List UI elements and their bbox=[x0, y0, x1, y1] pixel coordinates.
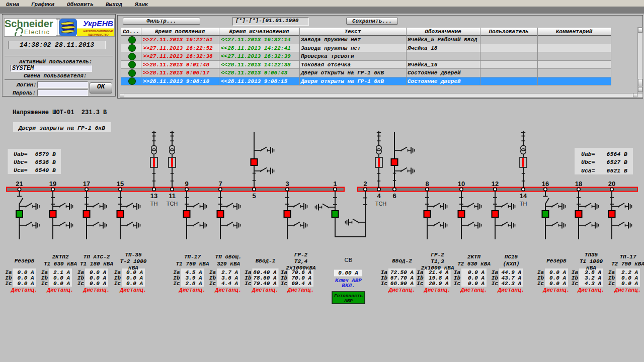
svg-text:Ic: Ic bbox=[114, 281, 121, 287]
svg-text:Дистанц.: Дистанц. bbox=[47, 287, 74, 293]
svg-text:42.3 А: 42.3 А bbox=[501, 281, 521, 287]
svg-text:0.0 А: 0.0 А bbox=[90, 281, 106, 287]
svg-text:Uca=: Uca= bbox=[581, 167, 595, 174]
svg-text:ТСН: ТСН bbox=[167, 201, 178, 207]
svg-text:320 кВА: 320 кВА bbox=[217, 261, 240, 267]
svg-text:6527 В: 6527 В bbox=[607, 159, 628, 165]
svg-text:21: 21 bbox=[16, 180, 23, 188]
svg-text:Ввод-1: Ввод-1 bbox=[256, 258, 276, 264]
svg-text:Дистанц.: Дистанц. bbox=[460, 287, 488, 293]
svg-text:19: 19 bbox=[49, 180, 56, 188]
svg-text:Дистанц.: Дистанц. bbox=[11, 287, 38, 293]
svg-text:Дистанц.: Дистанц. bbox=[614, 287, 641, 293]
svg-text:Ic: Ic bbox=[77, 281, 85, 287]
svg-text:Дистанц.: Дистанц. bbox=[215, 287, 242, 293]
svg-text:12: 12 bbox=[492, 180, 499, 188]
svg-text:Electric: Electric bbox=[24, 29, 50, 36]
svg-text:0.00 А: 0.00 А bbox=[338, 270, 358, 276]
svg-text:4.3 А: 4.3 А bbox=[585, 281, 601, 287]
svg-text:Uab=: Uab= bbox=[14, 151, 28, 157]
svg-text:0.0 А: 0.0 А bbox=[126, 281, 143, 287]
svg-text:Напряжение ШОТ-01 231.3 В: Напряжение ШОТ-01 231.3 В bbox=[13, 109, 107, 116]
svg-text:Дистанц.: Дистанц. bbox=[252, 287, 279, 293]
svg-text:Т2 630 кВА: Т2 630 кВА bbox=[457, 261, 491, 267]
svg-text:Ic: Ic bbox=[173, 281, 180, 287]
svg-text:6521 В: 6521 В bbox=[607, 167, 628, 174]
svg-text:7: 7 bbox=[218, 180, 222, 188]
svg-text:3: 3 bbox=[285, 180, 289, 188]
svg-text:2: 2 bbox=[363, 180, 367, 188]
svg-text:АВР: АВР bbox=[344, 298, 353, 304]
svg-text:УкрЕНВ: УкрЕНВ bbox=[83, 19, 113, 28]
svg-text:Т1 750 кВА: Т1 750 кВА bbox=[176, 261, 209, 267]
svg-text:Schneider: Schneider bbox=[5, 19, 53, 29]
svg-text:ПС15: ПС15 bbox=[505, 254, 518, 260]
svg-text:ТП35: ТП35 bbox=[585, 252, 598, 258]
svg-text:ПІДПРИЄМСТВО: ПІДПРИЄМСТВО bbox=[88, 33, 109, 36]
svg-text:ТН: ТН bbox=[150, 201, 158, 207]
svg-text:Ubc=: Ubc= bbox=[14, 159, 28, 165]
svg-text:ГР-2: ГР-2 bbox=[431, 252, 444, 258]
svg-text:6564 В: 6564 В bbox=[607, 151, 628, 157]
svg-text:Т1,3: Т1,3 bbox=[431, 258, 444, 264]
svg-text:6540 В: 6540 В bbox=[35, 167, 56, 173]
svg-text:ГР-2: ГР-2 bbox=[294, 252, 308, 258]
svg-text:Т1 180 кВА: Т1 180 кВА bbox=[80, 261, 113, 267]
svg-text:Дистанц.: Дистанц. bbox=[498, 287, 525, 293]
svg-text:Ic: Ic bbox=[454, 281, 461, 287]
svg-text:6538 В: 6538 В bbox=[35, 159, 56, 165]
svg-text:(КХП): (КХП) bbox=[503, 261, 519, 267]
svg-text:Uab=: Uab= bbox=[581, 151, 595, 157]
svg-text:Двери закрыты на ГР-1 6кВ: Двери закрыты на ГР-1 6кВ bbox=[18, 125, 106, 131]
svg-text:ТН: ТН bbox=[520, 201, 527, 207]
svg-text:ВКЛ.: ВКЛ. bbox=[342, 283, 355, 289]
svg-text:13: 13 bbox=[150, 192, 157, 200]
svg-text:Ввод-2: Ввод-2 bbox=[392, 258, 412, 264]
svg-text:Ic: Ic bbox=[417, 281, 424, 287]
svg-text:6579 В: 6579 В bbox=[35, 151, 56, 157]
svg-text:Резерв: Резерв bbox=[15, 258, 35, 264]
svg-text:СВ: СВ bbox=[345, 257, 353, 263]
svg-text:4.4 А: 4.4 А bbox=[221, 281, 238, 287]
svg-text:Дистанц.: Дистанц. bbox=[120, 287, 147, 293]
svg-text:18: 18 bbox=[575, 180, 582, 188]
svg-text:Дистанц.: Дистанц. bbox=[179, 287, 206, 293]
svg-text:Ic: Ic bbox=[572, 281, 579, 287]
svg-text:9: 9 bbox=[185, 180, 188, 188]
svg-text:НАУКОВО-ВИРОБНИЧЕ: НАУКОВО-ВИРОБНИЧЕ bbox=[84, 30, 113, 33]
svg-text:0.0 А: 0.0 А bbox=[549, 281, 566, 287]
svg-text:5: 5 bbox=[252, 192, 256, 200]
svg-text:1: 1 bbox=[333, 180, 337, 188]
svg-text:Ic: Ic bbox=[209, 281, 216, 287]
svg-text:0.0 А: 0.0 А bbox=[17, 281, 34, 287]
svg-text:2КТП2: 2КТП2 bbox=[52, 254, 68, 260]
svg-text:0.0 А: 0.0 А bbox=[53, 281, 70, 287]
svg-text:Т2 750 кВА: Т2 750 кВА bbox=[611, 261, 644, 267]
svg-text:15: 15 bbox=[117, 180, 124, 188]
svg-text:ТП АТС-2: ТП АТС-2 bbox=[84, 254, 110, 260]
svg-text:14: 14 bbox=[520, 192, 527, 200]
svg-text:17: 17 bbox=[83, 180, 90, 188]
svg-text:Ic: Ic bbox=[608, 281, 615, 287]
svg-text:Т1 630 кВА: Т1 630 кВА bbox=[44, 261, 77, 267]
svg-text:Ic: Ic bbox=[381, 281, 388, 287]
svg-text:20.9 А: 20.9 А bbox=[429, 281, 449, 287]
svg-text:16: 16 bbox=[542, 180, 549, 188]
svg-text:20: 20 bbox=[608, 180, 615, 188]
svg-text:ТСН: ТСН bbox=[375, 201, 387, 207]
svg-text:ТП овощ.: ТП овощ. bbox=[215, 254, 242, 260]
svg-text:Дистанц.: Дистанц. bbox=[388, 287, 416, 293]
svg-text:2.8 А: 2.8 А bbox=[185, 281, 202, 287]
svg-text:Дистанц.: Дистанц. bbox=[578, 287, 605, 293]
svg-text:Т2,4: Т2,4 bbox=[294, 258, 308, 264]
svg-text:ТП-17: ТП-17 bbox=[619, 254, 636, 260]
svg-text:10: 10 bbox=[458, 180, 465, 188]
svg-text:69.4 А: 69.4 А bbox=[291, 281, 311, 287]
svg-text:Дистанц.: Дистанц. bbox=[424, 287, 451, 293]
svg-text:2КТП: 2КТП bbox=[467, 254, 481, 260]
svg-text:Дистанц.: Дистанц. bbox=[83, 287, 110, 293]
svg-text:Дистанц.: Дистанц. bbox=[287, 287, 314, 293]
svg-text:0.0 А: 0.0 А bbox=[621, 281, 638, 287]
svg-text:Ic: Ic bbox=[281, 281, 288, 287]
svg-text:ТП-35: ТП-35 bbox=[125, 252, 141, 258]
